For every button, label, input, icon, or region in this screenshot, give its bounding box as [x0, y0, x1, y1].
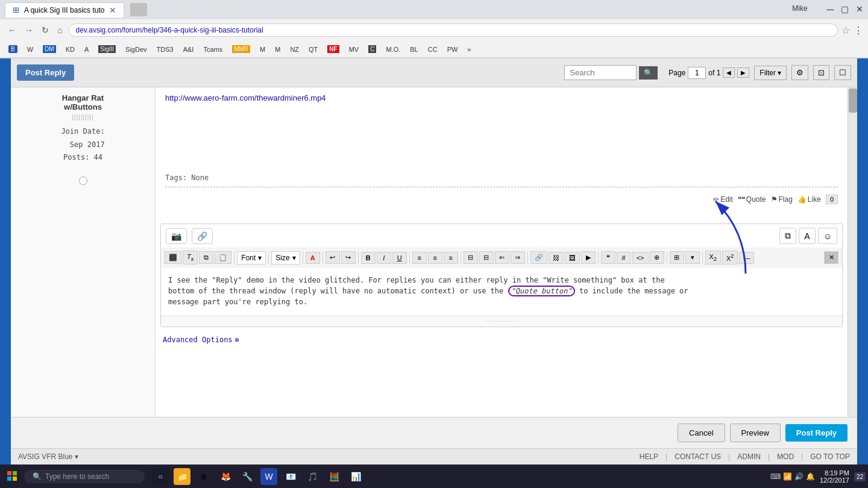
bookmark-mo[interactable]: M.O.	[382, 45, 404, 54]
minimize-btn[interactable]: ─	[827, 4, 834, 15]
text-color-button[interactable]: A	[799, 228, 815, 244]
bookmark-tcams[interactable]: Tcams	[200, 45, 226, 54]
emoji-button[interactable]: ☺	[818, 228, 837, 244]
bookmark-mmr[interactable]: MMR	[228, 44, 254, 54]
post-reply-bottom-button[interactable]: Post Reply	[785, 424, 848, 442]
search-button[interactable]: 🔍	[639, 66, 658, 80]
action-center-button[interactable]: 22	[854, 472, 866, 481]
editor-resize-handle[interactable]: ············	[161, 316, 842, 327]
new-tab-area[interactable]	[130, 3, 147, 16]
taskbar-icon-file-explorer[interactable]: 📁	[174, 468, 190, 485]
footer-admin-link[interactable]: ADMIN	[737, 452, 761, 461]
footer-help-link[interactable]: HELP	[640, 452, 658, 461]
taskbar-icon-app4[interactable]: 📧	[282, 468, 299, 485]
browser-menu-button[interactable]: ⋮	[854, 25, 863, 36]
table-button[interactable]: ⊞	[670, 251, 684, 264]
taskbar-icon-app5[interactable]: 🎵	[304, 468, 321, 485]
footer-mod-link[interactable]: MOD	[777, 452, 794, 461]
hr-button[interactable]: —	[739, 252, 754, 264]
align-left-button[interactable]: ≡	[412, 252, 427, 264]
insert-image-button[interactable]: 🖼	[565, 252, 580, 264]
search-input[interactable]	[564, 65, 637, 80]
indent-button[interactable]: ⇒	[511, 251, 525, 264]
footer-gotop-link[interactable]: GO TO TOP	[810, 452, 850, 461]
insert-link-button[interactable]: 🔗	[530, 251, 547, 264]
radio-button[interactable]	[79, 177, 87, 185]
post-video-link[interactable]: http://www.aero-farm.com/thewardminer6.m…	[165, 93, 838, 102]
checkbox-icon-button[interactable]: ☐	[834, 65, 851, 80]
code-button[interactable]: <>	[632, 252, 649, 264]
font-color-button[interactable]: A	[306, 252, 320, 264]
unlink-button[interactable]: ⛓	[549, 252, 564, 264]
quote-button-inline[interactable]: "Quote button"	[508, 286, 575, 296]
bookmark-a[interactable]: A	[81, 45, 92, 54]
tray-icon-3[interactable]: 🔊	[794, 472, 804, 481]
undo-button[interactable]: ↩	[326, 251, 340, 264]
align-right-button[interactable]: ≡	[444, 252, 458, 264]
hash-button[interactable]: #	[617, 252, 631, 264]
underline-button[interactable]: U	[392, 252, 407, 264]
post-reply-top-button[interactable]: Post Reply	[17, 64, 74, 81]
size-dropdown[interactable]: Size ▾	[271, 251, 300, 264]
tab-close-icon[interactable]: ✕	[109, 5, 116, 15]
link-attach-button[interactable]: 🔗	[192, 228, 213, 244]
tray-icon-4[interactable]: 🔔	[806, 472, 815, 481]
right-scrollbar[interactable]	[848, 87, 857, 417]
flag-button[interactable]: ⚑ Flag	[771, 195, 793, 204]
special-char-button[interactable]: ⊕	[650, 251, 664, 264]
forward-button[interactable]: →	[22, 24, 36, 36]
bookmark-sigiii[interactable]: SigIII	[95, 44, 119, 54]
quote-button[interactable]: ❝❝ Quote	[738, 195, 766, 204]
advanced-options-link[interactable]: Advanced Options ⊕	[163, 336, 840, 344]
filter-button[interactable]: Filter ▾	[754, 66, 787, 80]
bookmark-cc[interactable]: CC	[424, 45, 441, 54]
italic-button[interactable]: I	[377, 252, 391, 264]
subscript-button[interactable]: X2	[705, 251, 721, 264]
camera-button[interactable]: 📷	[166, 228, 187, 244]
bookmark-tds3[interactable]: TDS3	[153, 45, 177, 54]
source-button[interactable]: ⬛	[165, 251, 181, 264]
like-button[interactable]: 👍 Like	[797, 195, 821, 204]
page-next-button[interactable]: ▶	[737, 67, 749, 78]
footer-contact-link[interactable]: CONTACT US	[675, 452, 721, 461]
ol-button[interactable]: ⊟	[464, 251, 478, 264]
bookmark-b[interactable]: B	[5, 44, 21, 54]
back-button[interactable]: ←	[5, 24, 19, 36]
taskbar-icon-app1[interactable]: 🦊	[217, 468, 234, 485]
bookmark-dm[interactable]: DM	[39, 44, 60, 54]
settings-icon-button[interactable]: ⚙	[791, 65, 808, 80]
restore-btn[interactable]: ▢	[841, 4, 849, 15]
taskbar-clock[interactable]: 8:19 PM 12/2/2017	[820, 469, 849, 484]
bookmark-w[interactable]: W	[24, 45, 37, 54]
taskbar-icon-app3[interactable]: W	[260, 468, 277, 485]
bookmark-nf[interactable]: NF	[324, 44, 342, 54]
bookmark-m[interactable]: M	[256, 45, 269, 54]
edit-button[interactable]: ✏ Edit	[713, 195, 733, 204]
cancel-button[interactable]: Cancel	[678, 424, 725, 442]
page-prev-button[interactable]: ◀	[723, 67, 735, 78]
strip-button[interactable]: Tx	[183, 251, 198, 264]
copy-editor-button[interactable]: ⧉	[779, 228, 796, 244]
taskbar-search[interactable]: 🔍 Type here to search	[24, 470, 145, 483]
font-dropdown[interactable]: Font ▾	[237, 251, 266, 264]
taskbar-icon-cortana[interactable]: ○	[152, 468, 169, 485]
address-input[interactable]	[69, 23, 838, 37]
tray-icon-2[interactable]: 📶	[783, 472, 792, 481]
fullscreen-icon-button[interactable]: ⊡	[813, 65, 829, 80]
bookmark-qt[interactable]: QT	[305, 45, 321, 54]
align-center-button[interactable]: ≡	[428, 252, 442, 264]
close-toolbar-button[interactable]: ✕	[824, 251, 838, 264]
browser-tab[interactable]: ⊞ A quick Sig III basics tuto ✕	[5, 2, 124, 17]
paste-plain-button[interactable]: 📋	[215, 251, 231, 264]
bookmark-pw[interactable]: PW	[444, 45, 462, 54]
tray-icon-1[interactable]: ⌨	[770, 472, 781, 481]
editor-content[interactable]: I see the "Reply" demo in the video glit…	[161, 267, 842, 316]
dropdown-arrow-button[interactable]: ▾	[685, 251, 700, 264]
taskbar-icon-app7[interactable]: 📊	[347, 468, 364, 485]
bookmark-sigdev[interactable]: SigDev	[122, 45, 150, 54]
taskbar-icon-app6[interactable]: 🧮	[326, 468, 342, 485]
taskbar-icon-chrome[interactable]: ⊕	[195, 468, 212, 485]
footer-theme-selector[interactable]: AVSIG VFR Blue ▾	[18, 452, 78, 461]
bold-button[interactable]: B	[361, 252, 376, 264]
blockquote-button[interactable]: ❝	[601, 251, 615, 264]
